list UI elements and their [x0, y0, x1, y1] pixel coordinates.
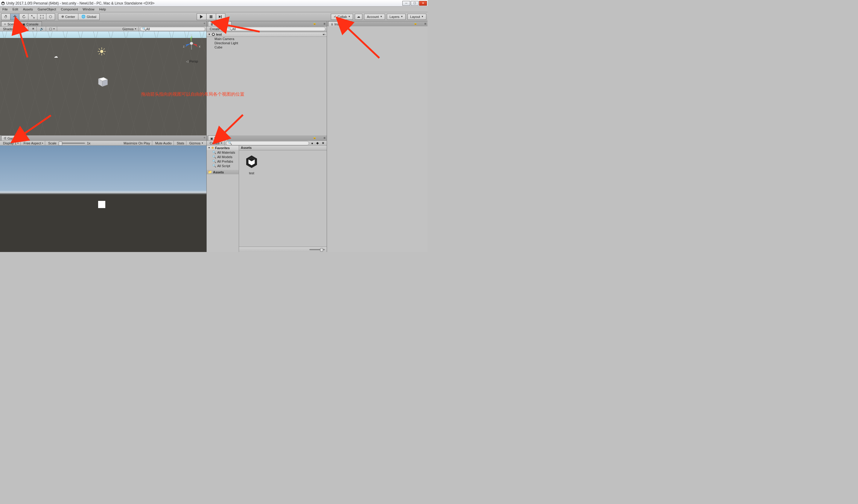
hierarchy-item[interactable]: Directional Light: [207, 41, 327, 45]
aspect-dropdown[interactable]: Free Aspect ♦: [22, 141, 45, 145]
pause-button[interactable]: [206, 14, 216, 20]
lighting-toggle[interactable]: ☀: [30, 27, 37, 31]
hierarchy-scene-row[interactable]: ▼ test ▾≡: [207, 32, 327, 37]
menu-help[interactable]: Help: [97, 7, 108, 12]
hierarchy-item[interactable]: Cube: [207, 45, 327, 49]
rect-tool[interactable]: [37, 14, 46, 20]
favorites-header[interactable]: ▼★Favorites: [207, 146, 239, 150]
play-button[interactable]: [196, 14, 206, 20]
panel-options[interactable]: ≡: [204, 136, 205, 139]
menu-window[interactable]: Window: [80, 7, 97, 12]
perspective-label[interactable]: ◁ Persp: [186, 60, 198, 63]
pivot-global-button[interactable]: 🌐Global: [78, 14, 100, 20]
lock-icon[interactable]: 🔒: [313, 22, 316, 26]
scene-viewport[interactable]: ☁ y x z ◁ Persp: [0, 31, 206, 135]
project-create[interactable]: Create▼: [208, 141, 225, 145]
maximize-toggle[interactable]: Maximize On Play: [122, 141, 152, 145]
game-viewport[interactable]: [0, 146, 206, 252]
annotation-text: 拖动箭头指向的视图可以自由的布局各个视图的位置: [141, 92, 244, 97]
scale-control[interactable]: Scale1x: [46, 141, 92, 145]
tab-game[interactable]: ᗧGame: [1, 135, 20, 141]
game-gizmos-dropdown[interactable]: Gizmos▼: [188, 141, 205, 145]
lock-icon[interactable]: 🔒: [414, 22, 417, 26]
svg-line-19: [99, 48, 100, 50]
menu-file[interactable]: File: [0, 7, 10, 12]
panel-options[interactable]: ≡: [324, 136, 325, 140]
move-tool[interactable]: [10, 14, 19, 20]
main-toolbar: ⊕Center 🌐Global ✓Collab▼ ☁ Account▼ Laye…: [0, 12, 428, 21]
thumbnail-size-slider[interactable]: [309, 249, 325, 250]
stats-toggle[interactable]: Stats: [175, 141, 186, 145]
search-icon: 🔍: [228, 141, 232, 145]
step-button[interactable]: [216, 14, 225, 20]
audio-toggle[interactable]: 🔊: [38, 27, 46, 31]
scene-menu-icon[interactable]: ▾≡: [323, 33, 325, 36]
assets-folder[interactable]: 📁Assets: [207, 170, 239, 174]
filter-icon[interactable]: ●: [310, 141, 314, 145]
tab-hierarchy[interactable]: ≣Hierarchy: [208, 21, 232, 26]
menu-gameobject[interactable]: GameObject: [35, 7, 59, 12]
tab-project[interactable]: ▣Project: [208, 135, 228, 141]
orientation-gizmo[interactable]: y x z: [182, 34, 201, 53]
asset-item[interactable]: test: [242, 153, 261, 175]
svg-text:z: z: [183, 45, 185, 48]
menu-component[interactable]: Component: [58, 7, 80, 12]
fx-toggle[interactable]: ▢▼: [47, 27, 57, 31]
gizmos-dropdown[interactable]: Gizmos▼: [121, 27, 139, 31]
menu-assets[interactable]: Assets: [21, 7, 35, 12]
asset-grid[interactable]: test: [239, 150, 327, 247]
account-dropdown[interactable]: Account▼: [364, 14, 385, 20]
project-breadcrumb[interactable]: Assets: [239, 146, 327, 150]
panel-options[interactable]: ≡: [324, 22, 325, 26]
filter-icon[interactable]: ◆: [315, 141, 319, 145]
layers-dropdown[interactable]: Layers▼: [387, 14, 406, 20]
favorite-item[interactable]: 🔍All Script: [207, 163, 239, 168]
window-title: Unity 2017.1.0f3 Personal (64bit) - test…: [6, 1, 402, 5]
hierarchy-item[interactable]: Main Camera: [207, 37, 327, 41]
image-icon: ▢: [49, 27, 52, 31]
panel-options[interactable]: ≡: [204, 22, 205, 25]
svg-line-22: [104, 48, 105, 50]
foldout-icon[interactable]: ▼: [208, 33, 211, 36]
favorite-item[interactable]: 🔍All Materials: [207, 150, 239, 155]
search-icon: 🔍: [228, 27, 232, 31]
unity-logo-icon: [1, 1, 5, 5]
collab-dropdown[interactable]: ✓Collab▼: [331, 14, 353, 20]
display-dropdown[interactable]: Display 1 ♦: [1, 141, 21, 145]
rotate-tool[interactable]: [19, 14, 28, 20]
minimize-button[interactable]: ─: [402, 1, 410, 6]
layout-dropdown[interactable]: Layout▼: [408, 14, 426, 20]
tab-console[interactable]: ▣Console: [20, 21, 42, 26]
hierarchy-create[interactable]: Create▼: [208, 27, 225, 31]
2d-toggle[interactable]: 2D: [21, 27, 29, 31]
hierarchy-toolbar: Create▼ 🔍All: [207, 26, 327, 31]
hierarchy-search[interactable]: 🔍All: [226, 27, 325, 31]
tab-scene[interactable]: ⌗Scene: [1, 21, 20, 26]
tab-inspector[interactable]: ℹInspector: [328, 21, 351, 26]
project-content: Assets test: [239, 146, 327, 252]
inspector-body[interactable]: [327, 26, 428, 252]
favorite-item[interactable]: 🔍All Prefabs: [207, 159, 239, 163]
menu-edit[interactable]: Edit: [10, 7, 21, 12]
cloud-button[interactable]: ☁: [355, 14, 362, 20]
scene-search[interactable]: 🔍All: [140, 27, 205, 31]
project-search[interactable]: 🔍: [226, 141, 309, 145]
game-toolbar: Display 1 ♦ Free Aspect ♦ Scale1x Maximi…: [0, 141, 206, 146]
chevron-down-icon: ▼: [401, 15, 403, 18]
pivot-center-button[interactable]: ⊕Center: [58, 14, 78, 20]
cube-object[interactable]: [96, 75, 109, 88]
hierarchy-list[interactable]: ▼ test ▾≡ Main Camera Directional Light …: [207, 31, 327, 135]
favorite-item[interactable]: 🔍All Models: [207, 155, 239, 159]
save-search-icon[interactable]: ★: [321, 141, 325, 145]
project-folders[interactable]: ▼★Favorites 🔍All Materials 🔍All Models 🔍…: [207, 146, 239, 252]
panel-options[interactable]: ≡: [425, 22, 426, 26]
maximize-button[interactable]: ☐: [411, 1, 418, 6]
transform-tool[interactable]: [46, 14, 55, 20]
hand-tool[interactable]: [1, 14, 10, 20]
scale-slider[interactable]: [59, 143, 85, 144]
lock-icon[interactable]: 🔒: [313, 136, 316, 140]
close-button[interactable]: ✕: [419, 1, 427, 6]
shading-mode[interactable]: Shaded▼: [1, 27, 19, 31]
mute-toggle[interactable]: Mute Audio: [154, 141, 174, 145]
scale-tool[interactable]: [28, 14, 37, 20]
